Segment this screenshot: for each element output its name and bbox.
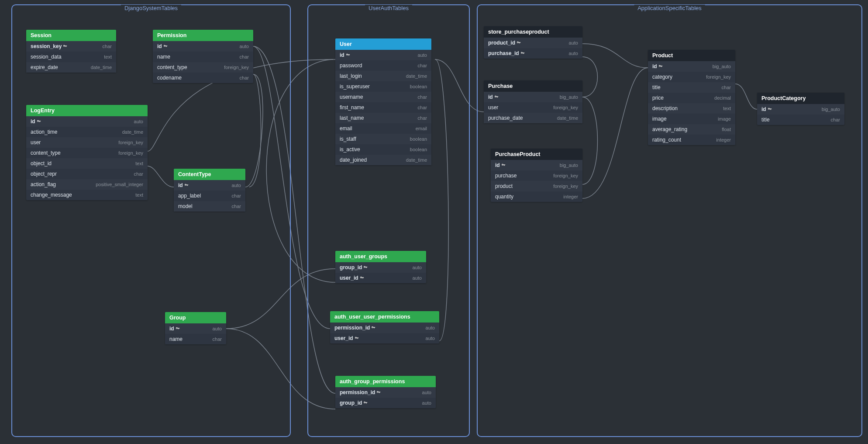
key-icon (494, 94, 499, 99)
table-row[interactable]: emailemail (335, 123, 431, 134)
column-type: char (418, 115, 427, 121)
table-header[interactable]: Permission (153, 30, 253, 41)
table-row[interactable]: object_reprchar (26, 169, 148, 179)
column-type: date_time (122, 129, 143, 135)
column-name: quantity (495, 194, 513, 200)
table-row[interactable]: pricedecimal (648, 93, 735, 103)
table-row[interactable]: user_idauto (330, 333, 439, 343)
group-title: ApplicationSpecificTables (634, 5, 705, 11)
table-header[interactable]: PurchaseProduct (491, 149, 582, 160)
table-header[interactable]: ContentType (174, 169, 245, 180)
table-row[interactable]: action_timedate_time (26, 127, 148, 137)
table-row[interactable]: content_typeforeign_key (153, 62, 253, 73)
table-purchaseproduct[interactable]: PurchaseProductidbig_autopurchaseforeign… (491, 149, 582, 202)
table-header[interactable]: store_purchaseproduct (484, 26, 582, 38)
table-row[interactable]: titlechar (757, 114, 844, 125)
table-row[interactable]: idauto (335, 50, 431, 60)
table-row[interactable]: permission_idauto (330, 323, 439, 333)
table-row[interactable]: expire_datedate_time (26, 62, 116, 73)
column-name: last_name (340, 115, 364, 121)
table-row[interactable]: idbig_auto (484, 92, 582, 102)
table-row[interactable]: productforeign_key (491, 181, 582, 191)
table-row[interactable]: first_namechar (335, 102, 431, 113)
table-header[interactable]: auth_user_user_permissions (330, 311, 439, 323)
table-header[interactable]: LogEntry (26, 105, 148, 116)
table-session[interactable]: Sessionsession_keycharsession_datatextex… (26, 30, 116, 73)
table-logentry[interactable]: LogEntryidautoaction_timedate_timeuserfo… (26, 105, 148, 200)
table-row[interactable]: content_typeforeign_key (26, 148, 148, 158)
column-name: id (31, 118, 41, 125)
table-product[interactable]: Productidbig_autocategoryforeign_keytitl… (648, 50, 735, 145)
table-productcategory[interactable]: ProductCategoryidbig_autotitlechar (757, 93, 844, 125)
table-row[interactable]: is_activeboolean (335, 144, 431, 155)
column-type: big_auto (822, 107, 840, 112)
column-name: id (169, 326, 180, 332)
table-row[interactable]: group_idauto (335, 398, 436, 408)
table-row[interactable]: userforeign_key (26, 137, 148, 148)
table-row[interactable]: is_staffboolean (335, 134, 431, 144)
table-header[interactable]: auth_user_groups (335, 251, 426, 262)
key-icon (360, 275, 364, 280)
table-row[interactable]: session_keychar (26, 41, 116, 52)
table-permission[interactable]: Permissionidautonamecharcontent_typefore… (153, 30, 253, 83)
table-row[interactable]: rating_countinteger (648, 135, 735, 145)
table-row[interactable]: user_idauto (335, 273, 426, 283)
table-row[interactable]: idbig_auto (648, 61, 735, 72)
table-spp[interactable]: store_purchaseproductproduct_idautopurch… (484, 26, 582, 59)
column-type: date_time (406, 73, 427, 79)
table-row[interactable]: permission_idauto (335, 387, 436, 398)
table-auup[interactable]: auth_user_user_permissionspermission_ida… (330, 311, 439, 343)
table-row[interactable]: idbig_auto (757, 104, 844, 114)
table-row[interactable]: categoryforeign_key (648, 72, 735, 82)
table-row[interactable]: object_idtext (26, 158, 148, 169)
column-type: auto (426, 336, 435, 341)
table-row[interactable]: titlechar (648, 82, 735, 93)
table-header[interactable]: User (335, 38, 431, 50)
column-type: foreign_key (224, 65, 249, 70)
table-row[interactable]: last_logindate_time (335, 71, 431, 81)
table-row[interactable]: namechar (153, 52, 253, 62)
table-contenttype[interactable]: ContentTypeidautoapp_labelcharmodelchar (174, 169, 245, 212)
table-user[interactable]: Useridautopasswordcharlast_logindate_tim… (335, 38, 431, 165)
table-row[interactable]: idauto (165, 323, 226, 334)
table-row[interactable]: imageimage (648, 114, 735, 124)
table-row[interactable]: modelchar (174, 201, 245, 212)
table-header[interactable]: ProductCategory (757, 93, 844, 104)
table-header[interactable]: Product (648, 50, 735, 61)
table-row[interactable]: group_idauto (335, 262, 426, 273)
table-header[interactable]: Purchase (484, 80, 582, 92)
column-type: char (240, 75, 249, 80)
table-row[interactable]: codenamechar (153, 73, 253, 83)
table-row[interactable]: quantityinteger (491, 191, 582, 202)
table-row[interactable]: last_namechar (335, 113, 431, 123)
table-row[interactable]: average_ratingfloat (648, 124, 735, 135)
column-type: integer (716, 137, 731, 142)
table-row[interactable]: purchaseforeign_key (491, 170, 582, 181)
table-row[interactable]: purchase_idauto (484, 48, 582, 59)
table-row[interactable]: date_joineddate_time (335, 155, 431, 165)
table-row[interactable]: action_flagpositive_small_integer (26, 179, 148, 190)
table-row[interactable]: idauto (174, 180, 245, 191)
table-agp[interactable]: auth_group_permissionspermission_idautog… (335, 376, 436, 408)
table-row[interactable]: namechar (165, 334, 226, 344)
table-row[interactable]: is_superuserboolean (335, 81, 431, 92)
table-row[interactable]: idbig_auto (491, 160, 582, 170)
table-row[interactable]: change_messagetext (26, 190, 148, 200)
table-row[interactable]: descriptiontext (648, 103, 735, 114)
table-group[interactable]: Groupidautonamechar (165, 312, 226, 344)
table-row[interactable]: app_labelchar (174, 191, 245, 201)
table-row[interactable]: usernamechar (335, 92, 431, 102)
table-header[interactable]: Session (26, 30, 116, 41)
table-row[interactable]: session_datatext (26, 52, 116, 62)
table-row[interactable]: purchase_datedate_time (484, 113, 582, 123)
table-header[interactable]: Group (165, 312, 226, 323)
table-row[interactable]: userforeign_key (484, 102, 582, 113)
table-row[interactable]: product_idauto (484, 38, 582, 48)
table-row[interactable]: idauto (26, 116, 148, 127)
table-row[interactable]: passwordchar (335, 60, 431, 71)
table-purchase[interactable]: Purchaseidbig_autouserforeign_keypurchas… (484, 80, 582, 123)
column-name: is_superuser (340, 83, 370, 90)
table-aug[interactable]: auth_user_groupsgroup_idautouser_idauto (335, 251, 426, 283)
table-row[interactable]: idauto (153, 41, 253, 52)
table-header[interactable]: auth_group_permissions (335, 376, 436, 387)
